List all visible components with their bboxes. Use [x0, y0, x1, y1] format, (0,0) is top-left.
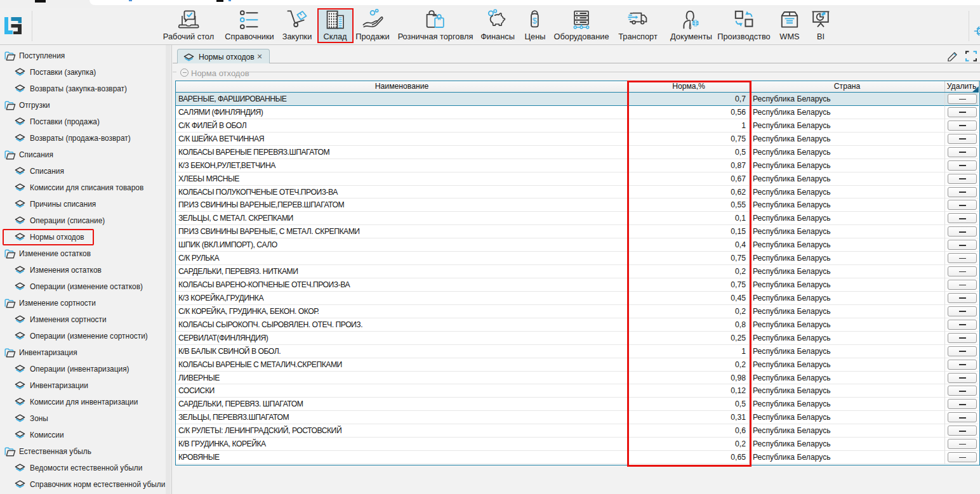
svg-text:$: $	[533, 16, 538, 25]
